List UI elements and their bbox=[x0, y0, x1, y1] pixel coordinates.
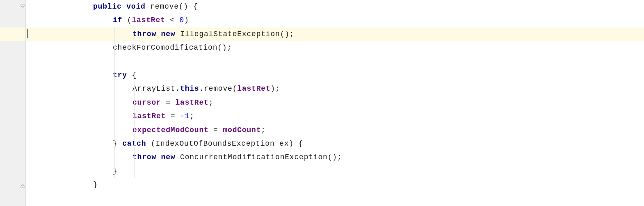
code-line[interactable]: expectedModCount = modCount; bbox=[26, 124, 644, 137]
token-plain: remove() { bbox=[150, 2, 198, 11]
token-mem: cursor bbox=[132, 98, 166, 107]
token-kw: if bbox=[113, 16, 127, 24]
token-plain: < bbox=[170, 16, 179, 24]
token-plain: ) bbox=[184, 16, 189, 24]
token-plain: } bbox=[113, 140, 122, 148]
token-plain: } bbox=[113, 167, 118, 175]
token-num: 1 bbox=[185, 112, 190, 120]
fold-start-icon[interactable] bbox=[20, 4, 25, 10]
token-mem: lastRet bbox=[175, 98, 208, 107]
token-plain: ( bbox=[127, 16, 132, 24]
token-mem: expectedModCount bbox=[132, 126, 213, 134]
code-line[interactable]: } catch (IndexOutOfBoundsException ex) { bbox=[26, 137, 644, 151]
code-line[interactable]: if (lastRet < 0) bbox=[26, 14, 644, 27]
token-plain: = - bbox=[171, 112, 185, 120]
token-plain: = bbox=[213, 126, 223, 134]
code-line[interactable]: } bbox=[26, 178, 644, 192]
token-mem: lastRet bbox=[132, 112, 171, 120]
token-plain: ; bbox=[261, 126, 266, 134]
token-mem: lastRet bbox=[132, 16, 170, 24]
token-plain: ; bbox=[209, 98, 214, 107]
token-kw: try bbox=[113, 71, 132, 79]
token-plain: ); bbox=[271, 85, 280, 93]
token-plain: } bbox=[93, 181, 98, 189]
token-kw: throw new bbox=[132, 30, 180, 38]
fold-end-icon[interactable] bbox=[20, 182, 25, 188]
code-area[interactable]: public void remove() {if (lastRet < 0)th… bbox=[26, 0, 644, 206]
gutter-highlight bbox=[0, 27, 25, 41]
code-line[interactable]: cursor = lastRet; bbox=[26, 96, 644, 110]
token-plain: (IndexOutOfBoundsException ex) { bbox=[151, 140, 303, 148]
gutter bbox=[0, 0, 26, 206]
code-line[interactable]: throw new ConcurrentModificationExceptio… bbox=[26, 151, 644, 164]
token-plain: ConcurrentModificationException(); bbox=[180, 153, 342, 161]
code-line[interactable]: public void remove() { bbox=[26, 0, 644, 14]
token-plain: = bbox=[166, 98, 175, 107]
token-num: 0 bbox=[179, 16, 184, 24]
code-line[interactable]: lastRet = -1; bbox=[26, 110, 644, 123]
code-editor[interactable]: public void remove() {if (lastRet < 0)th… bbox=[0, 0, 644, 206]
code-line[interactable]: ArrayList.this.remove(lastRet); bbox=[26, 82, 644, 96]
token-kw: public bbox=[93, 2, 126, 11]
code-line[interactable] bbox=[26, 55, 644, 69]
token-plain: checkForComodification(); bbox=[113, 43, 232, 52]
code-line[interactable]: checkForComodification(); bbox=[26, 41, 644, 55]
token-plain: ArrayList. bbox=[132, 85, 180, 93]
token-kw: throw new bbox=[132, 153, 180, 161]
token-plain: { bbox=[132, 71, 137, 79]
token-this: this bbox=[180, 85, 199, 93]
code-line[interactable]: try { bbox=[26, 69, 644, 82]
text-caret bbox=[27, 29, 28, 38]
token-plain: ; bbox=[190, 112, 194, 120]
token-mem: lastRet bbox=[237, 85, 270, 93]
token-kw: catch bbox=[122, 140, 151, 148]
token-kw: void bbox=[126, 2, 150, 11]
token-plain: .remove( bbox=[199, 85, 237, 93]
token-plain: IllegalStateException(); bbox=[180, 30, 294, 38]
token-mem: modCount bbox=[223, 126, 261, 134]
code-line[interactable]: throw new IllegalStateException(); bbox=[26, 27, 644, 41]
code-line[interactable]: } bbox=[26, 165, 644, 178]
